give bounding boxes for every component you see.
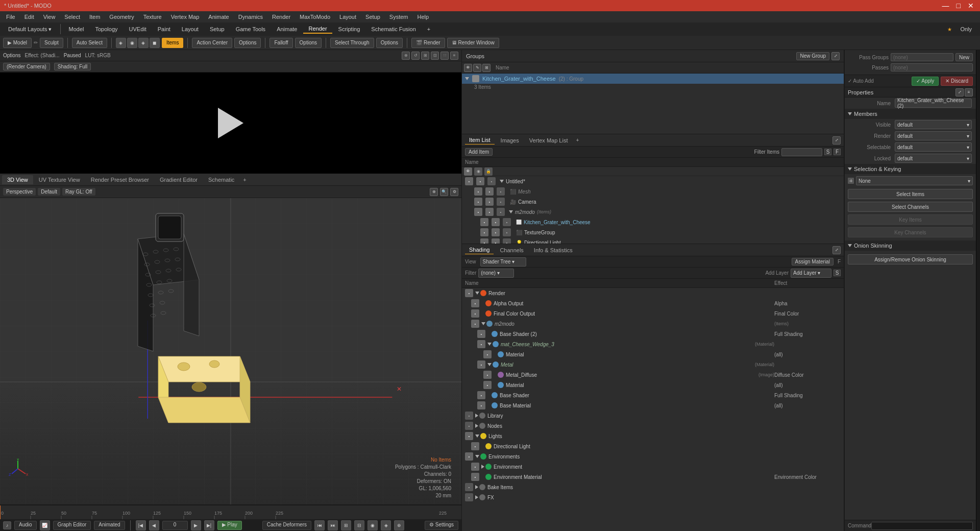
shader-col-s[interactable]: S [834, 270, 841, 276]
menu-edit[interactable]: Edit [20, 13, 38, 21]
none-dropdown[interactable]: None ▾ [856, 176, 973, 185]
shader-nodes[interactable]: • Nodes [462, 421, 844, 431]
menu-file[interactable]: File [2, 13, 19, 21]
shader-library[interactable]: • Library [462, 411, 844, 421]
eye-render[interactable]: • [465, 289, 473, 297]
add-item-btn[interactable]: Add Item [465, 148, 493, 156]
groups-icon1[interactable]: 👁 [464, 64, 472, 72]
menu-select[interactable]: Select [60, 13, 84, 21]
render-icon-grid[interactable]: ∷ [440, 52, 449, 60]
item-mesh[interactable]: • • • ⬛ Mesh [462, 186, 844, 197]
menu-texture[interactable]: Texture [139, 13, 166, 21]
tab-uv-texture[interactable]: UV Texture View [34, 175, 85, 184]
minimize-button[interactable]: — [940, 2, 951, 10]
members-section[interactable]: Members [845, 109, 976, 119]
shading-btn[interactable]: Default [38, 188, 60, 196]
sel-keying-section[interactable]: Selection & Keying [845, 164, 976, 174]
render-dropdown[interactable]: default ▾ [895, 131, 972, 140]
graph-editor-btn[interactable]: Graph Editor [53, 521, 91, 530]
select-items-btn[interactable]: Select Items [848, 189, 973, 199]
falloff-button[interactable]: Falloff [270, 38, 292, 48]
shader-dir-light[interactable]: • Directional Light [462, 441, 844, 451]
shader-environments[interactable]: • Environments [462, 451, 844, 462]
maximize-button[interactable]: □ [954, 2, 963, 10]
tab-info-stats[interactable]: Info & Statistics [530, 246, 577, 254]
shader-material-metal[interactable]: • Material (all) [462, 380, 844, 390]
menu-vertex-map[interactable]: Vertex Map [167, 13, 204, 21]
eye-metal[interactable]: • [477, 360, 485, 369]
tab-schematic[interactable]: Schematic [203, 175, 239, 184]
new-pass-group-btn[interactable]: New [955, 53, 973, 61]
layout-tab-schematic[interactable]: Schematic Fusion [366, 25, 421, 33]
props-icon2[interactable]: ≡ [965, 88, 973, 96]
eye-texgroup[interactable]: • [480, 228, 488, 236]
eye-metal-diff[interactable]: • [483, 371, 492, 379]
key-items-btn[interactable]: Key Items [848, 214, 973, 225]
items-button[interactable]: Items [162, 38, 183, 48]
eye-env[interactable]: • [471, 463, 479, 471]
menu-setup[interactable]: Setup [361, 13, 384, 21]
menu-layout[interactable]: Layout [335, 13, 360, 21]
eye-envs[interactable]: • [465, 452, 473, 461]
eye-mat-cheese[interactable]: • [483, 350, 492, 358]
eye3-mesh[interactable]: • [497, 187, 505, 196]
eye2-grater[interactable]: • [492, 218, 500, 226]
locked-dropdown[interactable]: default ▾ [895, 154, 972, 163]
item-camera[interactable]: • • • 🎥 Camera [462, 197, 844, 207]
selectable-dropdown[interactable]: default ▾ [895, 142, 972, 152]
options3-button[interactable]: Options [376, 38, 403, 48]
menu-system[interactable]: System [385, 13, 412, 21]
group-kitchen-grater[interactable]: Kitchen_Grater_with_Cheese (2) : Group [462, 74, 844, 84]
eye3-untitled[interactable]: • [487, 177, 496, 185]
layout-tab-add[interactable]: + [422, 25, 435, 33]
pb-icon1[interactable]: ⏮ [314, 520, 325, 530]
eye-m2modo[interactable]: • [474, 208, 482, 216]
eye2-mesh[interactable]: • [485, 187, 494, 196]
only-btn[interactable]: Only [955, 25, 977, 33]
col-s-header[interactable]: S [824, 149, 831, 155]
eye2-texgroup[interactable]: • [492, 228, 500, 236]
eye3-grater[interactable]: • [503, 218, 511, 226]
settings-btn[interactable]: ⚙ Settings [425, 521, 458, 530]
eye-cheese[interactable]: • [477, 340, 485, 348]
shader-fx[interactable]: • FX [462, 492, 844, 502]
shader-base-material[interactable]: • Base Material (all) [462, 400, 844, 411]
view-select[interactable]: Shader Tree ▾ [480, 257, 526, 267]
select-through-button[interactable]: Select Through [330, 38, 374, 48]
next-frame-icon[interactable]: ▶ [191, 520, 201, 530]
timeline-ruler[interactable]: 0 25 50 75 100 125 150 175 200 225 [0, 505, 461, 519]
animated-btn[interactable]: Animated [94, 521, 125, 530]
layout-tab-paint[interactable]: Paint [153, 25, 176, 33]
layout-tab-uvedit[interactable]: UVEdit [124, 25, 152, 33]
vp-icon-reset[interactable]: ⊕ [430, 188, 438, 196]
eye2-camera[interactable]: • [485, 198, 494, 206]
shader-env-material[interactable]: • Environment Material Environment Color [462, 472, 844, 482]
render-icon-zoom[interactable]: ⊞ [421, 52, 429, 60]
shader-expand[interactable]: ⤢ [832, 246, 841, 254]
eye2-untitled[interactable]: • [476, 177, 484, 185]
eye-fx[interactable]: • [465, 493, 473, 501]
eye2-light[interactable]: • [492, 238, 500, 244]
pb-icon4[interactable]: ⊟ [354, 520, 364, 530]
render-icon-settings[interactable]: ⊕ [402, 52, 410, 60]
skip-end-icon[interactable]: ▶| [204, 520, 214, 530]
layout-tab-setup[interactable]: Setup [205, 25, 230, 33]
close-button[interactable]: ✕ [966, 2, 976, 10]
audio-btn[interactable]: Audio [14, 521, 37, 530]
auto-select-button[interactable]: Auto Select [72, 38, 107, 48]
tab-3d-view[interactable]: 3D View [2, 175, 33, 184]
tab-channels[interactable]: Channels [496, 246, 527, 254]
groups-icon2[interactable]: ✎ [473, 64, 481, 72]
shader-base-shader[interactable]: • Base Shader Full Shading [462, 390, 844, 400]
onion-section[interactable]: Onion Skinning [845, 240, 976, 251]
eye3-m2modo[interactable]: • [497, 208, 505, 216]
col-f-header[interactable]: F [834, 149, 841, 155]
shader-metal-diffuse[interactable]: • Metal_Diffuse (Image) Diffuse Color [462, 370, 844, 380]
vp-icon-search[interactable]: 🔍 [440, 188, 448, 196]
layout-tab-model[interactable]: Model [64, 25, 89, 33]
shader-environment[interactable]: • Environment [462, 462, 844, 472]
render-icon-fit[interactable]: ⊡ [431, 52, 439, 60]
new-group-btn[interactable]: New Group [796, 52, 829, 60]
skip-start-icon[interactable]: |◀ [136, 520, 146, 530]
tab-item-list[interactable]: Item List [465, 136, 495, 144]
